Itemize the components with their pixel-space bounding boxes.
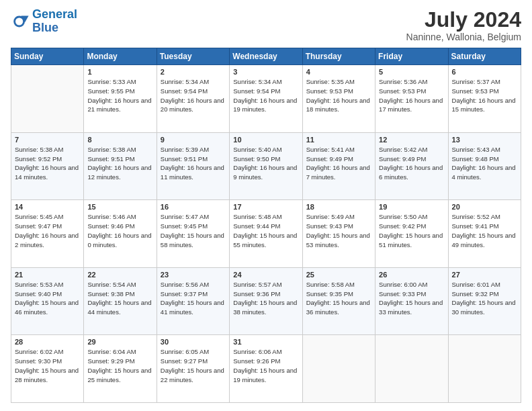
day-number: 15 — [87, 203, 152, 211]
day-info: Sunrise: 6:02 AM Sunset: 9:30 PM Dayligh… — [15, 347, 80, 384]
day-number: 2 — [161, 68, 226, 76]
calendar-cell: 27Sunrise: 6:01 AM Sunset: 9:32 PM Dayli… — [448, 267, 521, 335]
day-info: Sunrise: 5:42 AM Sunset: 9:49 PM Dayligh… — [379, 145, 444, 182]
calendar-table: SundayMondayTuesdayWednesdayThursdayFrid… — [11, 48, 521, 403]
logo-text: General Blue — [32, 8, 77, 35]
day-number: 5 — [379, 68, 444, 76]
calendar-cell: 11Sunrise: 5:41 AM Sunset: 9:49 PM Dayli… — [302, 132, 375, 200]
calendar-cell: 21Sunrise: 5:53 AM Sunset: 9:40 PM Dayli… — [11, 267, 84, 335]
column-header-saturday: Saturday — [448, 48, 521, 65]
calendar-cell: 17Sunrise: 5:48 AM Sunset: 9:44 PM Dayli… — [230, 200, 302, 268]
calendar-week-5: 28Sunrise: 6:02 AM Sunset: 9:30 PM Dayli… — [11, 335, 521, 403]
calendar-cell: 13Sunrise: 5:43 AM Sunset: 9:48 PM Dayli… — [448, 132, 521, 200]
calendar-cell: 29Sunrise: 6:04 AM Sunset: 9:29 PM Dayli… — [84, 335, 157, 403]
calendar-cell: 22Sunrise: 5:54 AM Sunset: 9:38 PM Dayli… — [84, 267, 157, 335]
day-number: 12 — [379, 136, 444, 144]
day-number: 25 — [306, 271, 371, 279]
day-info: Sunrise: 5:40 AM Sunset: 9:50 PM Dayligh… — [233, 145, 298, 182]
day-info: Sunrise: 5:38 AM Sunset: 9:52 PM Dayligh… — [15, 145, 80, 182]
column-header-tuesday: Tuesday — [157, 48, 229, 65]
day-number: 24 — [233, 271, 298, 279]
column-header-friday: Friday — [375, 48, 448, 65]
svg-point-2 — [15, 17, 23, 25]
header: General Blue July 2024 Naninne, Wallonia… — [11, 8, 521, 42]
day-number: 1 — [87, 68, 152, 76]
day-number: 9 — [161, 136, 226, 144]
day-number: 22 — [87, 271, 152, 279]
day-info: Sunrise: 5:53 AM Sunset: 9:40 PM Dayligh… — [15, 280, 80, 317]
calendar-cell: 10Sunrise: 5:40 AM Sunset: 9:50 PM Dayli… — [230, 132, 302, 200]
calendar-cell: 7Sunrise: 5:38 AM Sunset: 9:52 PM Daylig… — [11, 132, 84, 200]
day-number: 18 — [306, 203, 371, 211]
day-number: 7 — [15, 136, 80, 144]
day-number: 13 — [452, 136, 517, 144]
calendar-cell: 6Sunrise: 5:37 AM Sunset: 9:53 PM Daylig… — [448, 65, 521, 133]
day-info: Sunrise: 5:50 AM Sunset: 9:42 PM Dayligh… — [379, 212, 444, 249]
day-info: Sunrise: 5:41 AM Sunset: 9:49 PM Dayligh… — [306, 145, 371, 182]
header-row: SundayMondayTuesdayWednesdayThursdayFrid… — [11, 48, 521, 65]
calendar-cell: 20Sunrise: 5:52 AM Sunset: 9:41 PM Dayli… — [448, 200, 521, 268]
day-info: Sunrise: 5:35 AM Sunset: 9:53 PM Dayligh… — [306, 77, 371, 114]
calendar-week-3: 14Sunrise: 5:45 AM Sunset: 9:47 PM Dayli… — [11, 200, 521, 268]
column-header-wednesday: Wednesday — [230, 48, 302, 65]
calendar-week-2: 7Sunrise: 5:38 AM Sunset: 9:52 PM Daylig… — [11, 132, 521, 200]
day-info: Sunrise: 5:36 AM Sunset: 9:53 PM Dayligh… — [379, 77, 444, 114]
calendar-body: 1Sunrise: 5:33 AM Sunset: 9:55 PM Daylig… — [11, 65, 521, 403]
calendar-cell: 9Sunrise: 5:39 AM Sunset: 9:51 PM Daylig… — [157, 132, 229, 200]
day-info: Sunrise: 5:37 AM Sunset: 9:53 PM Dayligh… — [452, 77, 517, 114]
column-header-thursday: Thursday — [302, 48, 375, 65]
page: General Blue July 2024 Naninne, Wallonia… — [0, 0, 532, 411]
calendar-cell: 16Sunrise: 5:47 AM Sunset: 9:45 PM Dayli… — [157, 200, 229, 268]
calendar-cell — [448, 335, 521, 403]
calendar-cell: 24Sunrise: 5:57 AM Sunset: 9:36 PM Dayli… — [230, 267, 302, 335]
calendar-header: SundayMondayTuesdayWednesdayThursdayFrid… — [11, 48, 521, 65]
day-number: 31 — [233, 338, 298, 346]
title-block: July 2024 Naninne, Wallonia, Belgium — [406, 8, 521, 42]
day-info: Sunrise: 6:05 AM Sunset: 9:27 PM Dayligh… — [161, 347, 226, 384]
day-number: 26 — [379, 271, 444, 279]
day-info: Sunrise: 5:47 AM Sunset: 9:45 PM Dayligh… — [161, 212, 226, 249]
calendar-cell: 26Sunrise: 6:00 AM Sunset: 9:33 PM Dayli… — [375, 267, 448, 335]
day-number: 11 — [306, 136, 371, 144]
calendar-cell: 8Sunrise: 5:38 AM Sunset: 9:51 PM Daylig… — [84, 132, 157, 200]
calendar-week-1: 1Sunrise: 5:33 AM Sunset: 9:55 PM Daylig… — [11, 65, 521, 133]
day-info: Sunrise: 5:52 AM Sunset: 9:41 PM Dayligh… — [452, 212, 517, 249]
calendar-cell: 25Sunrise: 5:58 AM Sunset: 9:35 PM Dayli… — [302, 267, 375, 335]
day-number: 28 — [15, 338, 80, 346]
day-info: Sunrise: 5:48 AM Sunset: 9:44 PM Dayligh… — [233, 212, 298, 249]
calendar-cell: 23Sunrise: 5:56 AM Sunset: 9:37 PM Dayli… — [157, 267, 229, 335]
calendar-cell: 30Sunrise: 6:05 AM Sunset: 9:27 PM Dayli… — [157, 335, 229, 403]
day-info: Sunrise: 5:33 AM Sunset: 9:55 PM Dayligh… — [87, 77, 152, 114]
logo: General Blue — [11, 8, 77, 35]
day-info: Sunrise: 5:34 AM Sunset: 9:54 PM Dayligh… — [233, 77, 298, 114]
day-info: Sunrise: 5:45 AM Sunset: 9:47 PM Dayligh… — [15, 212, 80, 249]
calendar-cell: 19Sunrise: 5:50 AM Sunset: 9:42 PM Dayli… — [375, 200, 448, 268]
day-number: 6 — [452, 68, 517, 76]
day-number: 4 — [306, 68, 371, 76]
calendar-cell — [375, 335, 448, 403]
main-title: July 2024 — [406, 8, 521, 32]
column-header-monday: Monday — [84, 48, 157, 65]
calendar-cell: 31Sunrise: 6:06 AM Sunset: 9:26 PM Dayli… — [230, 335, 302, 403]
day-number: 8 — [87, 136, 152, 144]
day-info: Sunrise: 5:57 AM Sunset: 9:36 PM Dayligh… — [233, 280, 298, 317]
day-info: Sunrise: 5:38 AM Sunset: 9:51 PM Dayligh… — [87, 145, 152, 182]
calendar-cell: 1Sunrise: 5:33 AM Sunset: 9:55 PM Daylig… — [84, 65, 157, 133]
day-info: Sunrise: 5:39 AM Sunset: 9:51 PM Dayligh… — [161, 145, 226, 182]
day-number: 21 — [15, 271, 80, 279]
day-number: 10 — [233, 136, 298, 144]
day-info: Sunrise: 6:00 AM Sunset: 9:33 PM Dayligh… — [379, 280, 444, 317]
day-info: Sunrise: 5:34 AM Sunset: 9:54 PM Dayligh… — [161, 77, 226, 114]
calendar-cell — [302, 335, 375, 403]
day-number: 17 — [233, 203, 298, 211]
calendar-cell: 3Sunrise: 5:34 AM Sunset: 9:54 PM Daylig… — [230, 65, 302, 133]
calendar-cell: 5Sunrise: 5:36 AM Sunset: 9:53 PM Daylig… — [375, 65, 448, 133]
day-number: 14 — [15, 203, 80, 211]
calendar-cell — [11, 65, 84, 133]
day-number: 16 — [161, 203, 226, 211]
day-info: Sunrise: 5:58 AM Sunset: 9:35 PM Dayligh… — [306, 280, 371, 317]
column-header-sunday: Sunday — [11, 48, 84, 65]
day-info: Sunrise: 5:49 AM Sunset: 9:43 PM Dayligh… — [306, 212, 371, 249]
day-info: Sunrise: 5:54 AM Sunset: 9:38 PM Dayligh… — [87, 280, 152, 317]
calendar-cell: 15Sunrise: 5:46 AM Sunset: 9:46 PM Dayli… — [84, 200, 157, 268]
